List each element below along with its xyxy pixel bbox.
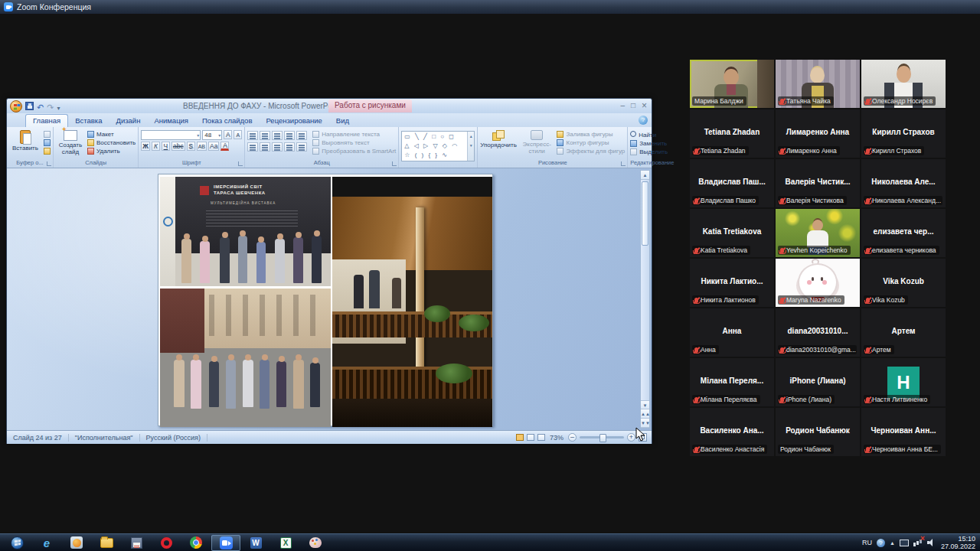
participant-tile[interactable]: Артем Артем <box>861 308 946 357</box>
change-case-button[interactable]: Аа <box>208 142 220 151</box>
zoom-slider[interactable] <box>580 436 624 439</box>
select-button[interactable]: Выделить <box>630 148 668 155</box>
network-error-icon[interactable] <box>913 539 923 546</box>
participant-tile[interactable]: Tetiana Zhadan Tetiana Zhadan <box>690 109 774 158</box>
layout-button[interactable]: Макет <box>87 131 136 138</box>
grow-font-icon[interactable]: А <box>224 130 232 139</box>
slide-canvas[interactable]: ІМЕРСИВНИЙ СВІТ ТАРАСА ШЕВЧЕНКА МУЛЬТИМЕ… <box>158 174 493 426</box>
slideshow-icon[interactable] <box>537 434 545 441</box>
participant-tile[interactable]: Мілана Переля... Мілана Переляєва <box>690 358 774 406</box>
shapes-gallery[interactable]: ▭ ╲ ╱ □ ○ ◻ △ ◁ ▷ ▽ ◇ ◠ ☆ ( ) { } ∿ ▲▼ <box>401 131 475 161</box>
vertical-scrollbar[interactable]: ▲ ▼ ▲▲ ▼▼ <box>640 170 650 429</box>
photo-street-group[interactable] <box>160 289 331 427</box>
text-direction-button[interactable]: Направление текста <box>312 131 396 138</box>
office-button[interactable] <box>10 100 22 112</box>
participant-tile[interactable]: Черноиван Анн... Черноиван Анна БЕ... <box>861 408 946 456</box>
bullets-icon[interactable] <box>247 131 258 140</box>
zoom-out-icon[interactable]: – <box>568 433 577 442</box>
participant-tile[interactable]: diana20031010... diana20031010@gma... <box>776 308 860 357</box>
align-left-icon[interactable] <box>247 142 258 152</box>
participant-tile[interactable]: Maryna Nazarenko <box>776 259 860 307</box>
tab-dizayn[interactable]: Дизайн <box>109 115 147 127</box>
font-size-combo[interactable]: 48 <box>202 130 222 140</box>
participant-tile[interactable]: Василенко Ана... Василенко Анастасія <box>690 408 774 456</box>
participant-tile[interactable]: Katia Tretiakova Katia Tretiakova <box>690 209 774 257</box>
taskbar-zoom[interactable] <box>211 535 240 551</box>
maximize-button[interactable] <box>631 101 635 111</box>
dialog-launcher-icon[interactable] <box>47 161 51 166</box>
redo-icon[interactable] <box>47 99 54 113</box>
scroll-down-icon[interactable]: ▼ <box>641 400 649 409</box>
taskbar-excel[interactable] <box>271 535 300 551</box>
numbering-icon[interactable] <box>260 131 270 140</box>
qat-dropdown-icon[interactable] <box>57 99 60 113</box>
new-slide-button[interactable]: Создать слайд <box>56 129 85 156</box>
shape-outline-button[interactable]: Контур фигуры <box>557 139 625 146</box>
dialog-launcher-icon[interactable] <box>392 161 397 166</box>
bold-button[interactable]: Ж <box>141 142 150 151</box>
participant-tile[interactable]: Vika Kozub Vika Kozub <box>861 259 946 307</box>
photo-atrium-interior[interactable] <box>332 177 492 427</box>
tab-pokaz-slaydov[interactable]: Показ слайдов <box>195 115 259 127</box>
strikethrough-button[interactable]: abc <box>172 142 185 151</box>
italic-button[interactable]: К <box>152 142 160 151</box>
language-switcher[interactable]: RU <box>862 539 872 546</box>
copy-icon[interactable] <box>44 139 51 146</box>
shape-fill-button[interactable]: Заливка фигуры <box>557 131 625 138</box>
shapes-scrollbar[interactable]: ▲▼ <box>467 132 474 161</box>
format-painter-icon[interactable] <box>44 148 51 155</box>
minimize-button[interactable] <box>620 101 625 111</box>
taskbar-internet-explorer[interactable] <box>32 535 61 551</box>
tab-vid[interactable]: Вид <box>329 115 356 127</box>
photo-group-exhibition[interactable]: ІМЕРСИВНИЙ СВІТ ТАРАСА ШЕВЧЕНКА МУЛЬТИМЕ… <box>160 177 331 286</box>
taskbar-explorer[interactable] <box>92 535 121 551</box>
taskbar-opera[interactable] <box>152 535 181 551</box>
taskbar-word[interactable] <box>241 535 270 551</box>
tab-recenzirovanie[interactable]: Рецензирование <box>259 115 328 127</box>
decrease-indent-icon[interactable] <box>272 131 283 140</box>
taskbar-media-player[interactable] <box>62 535 91 551</box>
participant-tile[interactable]: Владислав Паш... Владислав Пашко <box>690 159 774 207</box>
shape-effects-button[interactable]: Эффекты для фигур <box>557 148 625 155</box>
align-text-button[interactable]: Выровнять текст <box>312 139 396 146</box>
taskbar-save-app[interactable] <box>122 535 151 551</box>
participant-tile[interactable]: Yevhen Kopeichenko <box>776 209 860 257</box>
font-name-combo[interactable] <box>141 130 201 140</box>
tab-animaciya[interactable]: Анимация <box>147 115 195 127</box>
participant-tile[interactable]: Никита Лактио... Никита Лактионов <box>690 259 774 307</box>
previous-slide-icon[interactable]: ▲▲ <box>641 409 649 419</box>
convert-smartart-button[interactable]: Преобразовать в SmartArt <box>312 148 396 155</box>
line-spacing-icon[interactable] <box>296 131 307 140</box>
start-button[interactable] <box>2 535 31 551</box>
replace-button[interactable]: Заменить <box>630 140 668 147</box>
increase-indent-icon[interactable] <box>284 131 295 140</box>
columns-icon[interactable] <box>296 142 307 152</box>
taskbar-chrome[interactable] <box>181 535 211 551</box>
normal-view-icon[interactable] <box>516 434 524 441</box>
participant-tile[interactable]: елизавета чер... елизавета черникова <box>861 209 946 257</box>
character-spacing-button[interactable]: АВ <box>197 142 207 151</box>
font-color-button[interactable]: А <box>220 142 229 151</box>
participant-tile[interactable]: Олександр Носирєв <box>861 60 946 108</box>
undo-icon[interactable] <box>37 99 44 113</box>
theme-name[interactable]: "Исполнительная" <box>69 434 140 442</box>
participant-tile[interactable]: Кирилл Страхов Кирилл Страхов <box>861 109 946 158</box>
participant-tile[interactable]: Марина Балджи <box>690 60 774 108</box>
zoom-in-icon[interactable]: + <box>627 433 635 442</box>
scrollbar-thumb[interactable] <box>642 181 648 246</box>
reset-button[interactable]: Восстановить <box>87 139 136 146</box>
shrink-font-icon[interactable]: А <box>234 130 242 139</box>
tab-vstavka[interactable]: Вставка <box>68 115 109 127</box>
participant-tile[interactable]: Н Настя Литвиненко <box>861 358 946 406</box>
volume-icon[interactable] <box>927 539 936 546</box>
tray-help-icon[interactable] <box>877 539 885 547</box>
taskbar-paint[interactable] <box>301 535 330 551</box>
tray-expand-icon[interactable] <box>890 540 895 546</box>
help-icon[interactable] <box>639 116 648 125</box>
participant-tile[interactable]: iPhone (Лиана) iPhone (Лиана) <box>776 358 860 406</box>
taskbar-clock[interactable]: 15:10 27.09.2022 <box>941 535 975 551</box>
quick-styles-button[interactable]: Экспресс-стили <box>519 129 555 155</box>
text-shadow-button[interactable]: S <box>187 142 195 151</box>
align-center-icon[interactable] <box>260 142 270 152</box>
participant-tile[interactable]: Лимаренко Анна Лимаренко Анна <box>776 109 860 158</box>
